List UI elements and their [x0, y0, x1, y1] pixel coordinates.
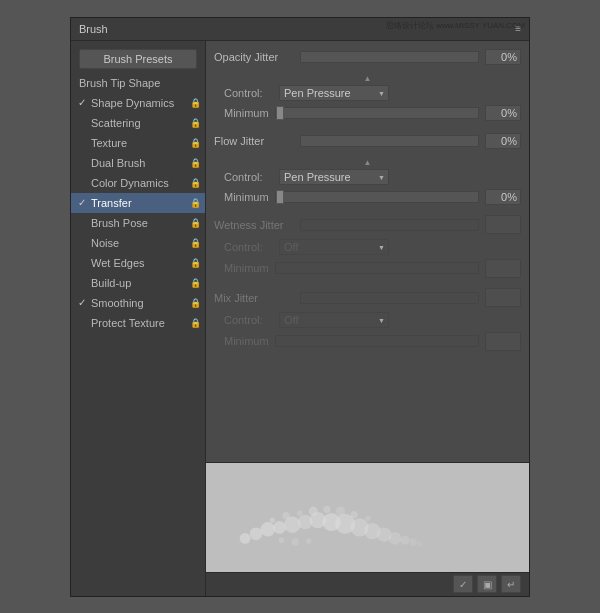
label-color-dynamics: Color Dynamics [89, 177, 188, 189]
sidebar-item-color-dynamics[interactable]: Color Dynamics 🔒 [71, 173, 205, 193]
flow-jitter-slider[interactable] [300, 135, 479, 147]
opacity-control-select-wrapper: Pen Pressure Off Fade Pen Tilt [279, 85, 389, 101]
svg-point-0 [240, 532, 251, 543]
svg-point-24 [279, 537, 284, 542]
svg-point-20 [323, 505, 330, 512]
label-noise: Noise [89, 237, 188, 249]
sidebar-item-texture[interactable]: Texture 🔒 [71, 133, 205, 153]
svg-point-3 [273, 521, 286, 534]
sidebar-item-scattering[interactable]: Scattering 🔒 [71, 113, 205, 133]
lock-transfer: 🔒 [190, 198, 201, 208]
svg-point-14 [410, 538, 417, 545]
svg-point-26 [306, 538, 311, 543]
svg-point-1 [250, 527, 263, 540]
lock-wet-edges: 🔒 [190, 258, 201, 268]
wetness-jitter-label: Wetness Jitter [214, 219, 294, 231]
svg-point-23 [365, 515, 370, 520]
lock-build-up: 🔒 [190, 278, 201, 288]
opacity-minimum-label: Minimum [214, 107, 269, 119]
flow-minimum-slider[interactable] [275, 191, 479, 203]
label-build-up: Build-up [89, 277, 188, 289]
label-texture: Texture [89, 137, 188, 149]
toolbar-grid-icon[interactable]: ▣ [477, 575, 497, 593]
bottom-toolbar: ✓ ▣ ↵ [206, 572, 529, 596]
mix-minimum-value [485, 332, 521, 351]
wetness-jitter-slider-container [300, 219, 479, 231]
flow-jitter-value[interactable]: 0% [485, 133, 521, 149]
flow-minimum-row: Minimum 0% [214, 189, 521, 205]
sidebar-item-smoothing[interactable]: ✓ Smoothing 🔒 [71, 293, 205, 313]
opacity-jitter-label: Opacity Jitter [214, 51, 294, 63]
lock-protect-texture: 🔒 [190, 318, 201, 328]
svg-point-25 [291, 538, 298, 545]
toolbar-save-icon[interactable]: ↵ [501, 575, 521, 593]
flow-jitter-slider-container [300, 135, 479, 147]
lock-noise: 🔒 [190, 238, 201, 248]
brush-panel: 思络设计论坛 www.MISSY YUAN.COM Brush ≡ Brush … [70, 17, 530, 597]
flow-control-row: Control: Pen Pressure Off Fade Pen Tilt [214, 169, 521, 185]
opacity-jitter-slider[interactable] [300, 51, 479, 63]
label-transfer: Transfer [89, 197, 188, 209]
flow-jitter-label: Flow Jitter [214, 135, 294, 147]
svg-point-17 [282, 512, 289, 519]
panel-title: Brush [79, 23, 108, 35]
mix-jitter-value [485, 288, 521, 307]
lock-brush-pose: 🔒 [190, 218, 201, 228]
sidebar-item-build-up[interactable]: Build-up 🔒 [71, 273, 205, 293]
flow-control-select-wrapper: Pen Pressure Off Fade Pen Tilt [279, 169, 389, 185]
wetness-minimum-row: Minimum [214, 259, 521, 278]
sidebar-item-shape-dynamics[interactable]: ✓ Shape Dynamics 🔒 [71, 93, 205, 113]
wetness-minimum-slider [275, 262, 479, 274]
content-scroll: Opacity Jitter 0% ▲ Control: [206, 41, 529, 462]
opacity-jitter-value[interactable]: 0% [485, 49, 521, 65]
mix-minimum-slider-container [275, 335, 479, 347]
sidebar-item-noise[interactable]: Noise 🔒 [71, 233, 205, 253]
flow-minimum-value[interactable]: 0% [485, 189, 521, 205]
lock-dual-brush: 🔒 [190, 158, 201, 168]
mix-control-select-wrapper: Off [279, 312, 389, 328]
wetness-minimum-slider-container [275, 262, 479, 274]
mix-minimum-label: Minimum [214, 335, 269, 347]
opacity-control-select[interactable]: Pen Pressure Off Fade Pen Tilt [279, 85, 389, 101]
content-area: Opacity Jitter 0% ▲ Control: [206, 41, 529, 596]
mix-jitter-slider-container [300, 292, 479, 304]
sidebar-item-transfer[interactable]: ✓ Transfer 🔒 [71, 193, 205, 213]
sidebar-item-dual-brush[interactable]: Dual Brush 🔒 [71, 153, 205, 173]
lock-shape-dynamics: 🔒 [190, 98, 201, 108]
mix-control-row: Control: Off [214, 312, 521, 328]
flow-control-label: Control: [224, 171, 279, 183]
brush-preview-area [206, 462, 529, 572]
wetness-jitter-value [485, 215, 521, 234]
check-smoothing: ✓ [75, 297, 89, 308]
panel-header: Brush ≡ [71, 18, 529, 41]
lock-color-dynamics: 🔒 [190, 178, 201, 188]
toolbar-check-icon[interactable]: ✓ [453, 575, 473, 593]
brush-presets-button[interactable]: Brush Presets [79, 49, 197, 69]
panel-body: Brush Presets Brush Tip Shape ✓ Shape Dy… [71, 41, 529, 596]
label-scattering: Scattering [89, 117, 188, 129]
svg-point-19 [309, 506, 318, 515]
flow-jitter-row: Flow Jitter 0% [214, 131, 521, 151]
mix-control-select[interactable]: Off [279, 312, 389, 328]
sidebar-section-title: Brush Tip Shape [71, 75, 205, 93]
label-dual-brush: Dual Brush [89, 157, 188, 169]
svg-point-16 [270, 517, 275, 522]
label-shape-dynamics: Shape Dynamics [89, 97, 188, 109]
mix-control-label: Control: [224, 314, 279, 326]
sidebar-item-protect-texture[interactable]: Protect Texture 🔒 [71, 313, 205, 333]
svg-point-15 [417, 541, 422, 546]
svg-point-22 [351, 511, 358, 518]
svg-point-21 [336, 506, 345, 515]
wetness-control-select[interactable]: Off [279, 239, 389, 255]
sidebar-item-wet-edges[interactable]: Wet Edges 🔒 [71, 253, 205, 273]
opacity-minimum-slider[interactable] [275, 107, 479, 119]
wetness-minimum-label: Minimum [214, 262, 269, 274]
opacity-minimum-value[interactable]: 0% [485, 105, 521, 121]
panel-menu-icon[interactable]: ≡ [515, 23, 521, 34]
flow-control-select[interactable]: Pen Pressure Off Fade Pen Tilt [279, 169, 389, 185]
flow-minimum-slider-container [275, 191, 479, 203]
sidebar: Brush Presets Brush Tip Shape ✓ Shape Dy… [71, 41, 206, 596]
sidebar-item-brush-pose[interactable]: Brush Pose 🔒 [71, 213, 205, 233]
mix-minimum-row: Minimum [214, 332, 521, 351]
wetness-control-label: Control: [224, 241, 279, 253]
